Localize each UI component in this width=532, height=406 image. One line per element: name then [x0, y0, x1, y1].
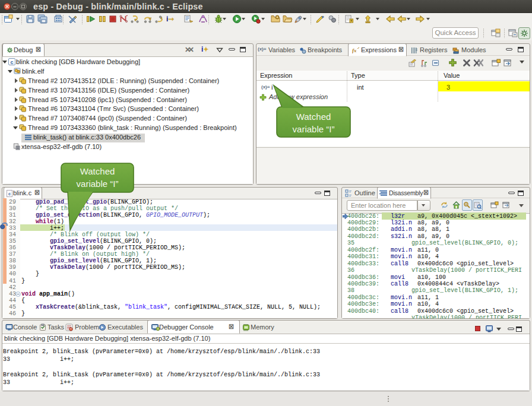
svg-text:c: c	[8, 191, 11, 196]
svg-text:Watched: Watched	[80, 166, 115, 176]
svg-text:c: c	[10, 59, 13, 65]
svg-text:variable “I”: variable “I”	[293, 124, 335, 134]
svg-text:variable “I”: variable “I”	[77, 179, 119, 189]
svg-text:Watched: Watched	[296, 112, 331, 122]
svg-text:fx: fx	[352, 47, 357, 53]
